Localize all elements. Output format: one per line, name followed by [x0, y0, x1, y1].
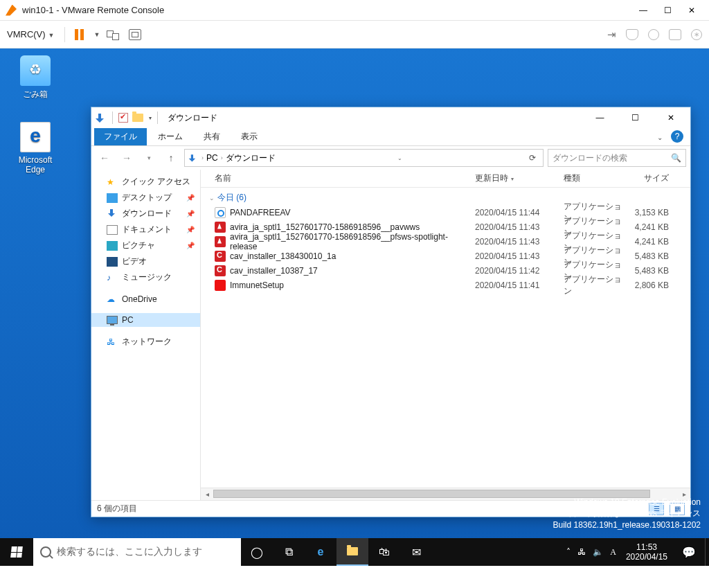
tab-view[interactable]: 表示 [231, 128, 267, 145]
power-dropdown-icon[interactable]: ▼ [94, 31, 100, 38]
col-size[interactable]: サイズ [627, 172, 674, 184]
qat-dropdown-icon[interactable]: ▾ [149, 115, 152, 121]
taskbar-search-input[interactable]: 検索するには、ここに入力します [33, 538, 241, 566]
explorer-minimize-button[interactable]: — [584, 108, 616, 127]
qat-properties-icon[interactable] [118, 113, 128, 123]
separator-icon [64, 27, 65, 42]
taskbar: 検索するには、ここに入力します ◯ ⧉ e 🛍 ✉ ˄ 🖧 🔈 A 11:53 … [0, 538, 709, 566]
vmware-close-button[interactable]: ✕ [688, 6, 695, 15]
file-size: 5,483 KB [627, 266, 674, 276]
file-row[interactable]: ImmunetSetup2020/04/15 11:41アプリケーション2,80… [201, 278, 690, 292]
videos-icon [107, 257, 118, 267]
nav-pictures[interactable]: ピクチャ📌 [91, 238, 200, 253]
nav-back-button[interactable]: ← [96, 149, 114, 167]
network-adapter-icon[interactable]: ⇥ [607, 28, 616, 41]
nav-quick-access[interactable]: ★クイック アクセス [91, 174, 200, 190]
help-icon[interactable]: ? [671, 130, 683, 143]
file-size: 4,241 KB [627, 222, 674, 232]
col-name[interactable]: 名前 [201, 172, 475, 184]
explorer-titlebar[interactable]: ▾ ダウンロード — ☐ ✕ [91, 107, 690, 128]
app-icon [215, 207, 226, 218]
vmware-toolbar: VMRC(V)▼ ▼ ⇥ ∗ [0, 21, 709, 48]
file-name: cav_installer_10387_17 [230, 266, 318, 276]
taskbar-clock[interactable]: 11:53 2020/04/15 [620, 542, 673, 562]
action-center-icon[interactable]: 💬 [673, 538, 705, 566]
col-date[interactable]: 更新日時▾ [475, 172, 564, 184]
nav-pc[interactable]: PC [91, 313, 200, 327]
pc-icon [107, 316, 118, 324]
show-desktop-button[interactable] [705, 538, 709, 566]
recycle-bin-label: ごみ箱 [10, 89, 61, 100]
file-name: cav_installer_138430010_1a [230, 251, 336, 261]
explorer-maximize-button[interactable]: ☐ [620, 108, 651, 127]
content-pane: 名前 更新日時▾ 種類 サイズ ⌄今日 (6) PANDAFREEAV2020/… [201, 170, 690, 500]
vmware-minimize-button[interactable]: — [639, 6, 647, 15]
vmware-maximize-button[interactable]: ☐ [664, 6, 672, 15]
nav-videos[interactable]: ビデオ [91, 253, 200, 269]
chevron-right-icon[interactable]: › [221, 154, 223, 161]
explorer-close-button[interactable]: ✕ [655, 108, 686, 127]
send-ctrlaltdel-icon[interactable] [107, 29, 122, 40]
tray-volume-icon[interactable]: 🔈 [593, 547, 603, 557]
pause-icon[interactable] [75, 29, 84, 40]
tab-home[interactable]: ホーム [148, 128, 192, 145]
nav-forward-button: → [118, 149, 136, 167]
tray-expand-icon[interactable]: ˄ [566, 547, 571, 557]
ribbon-tabs: ファイル ホーム 共有 表示 ⌄ ? [91, 128, 690, 146]
tray-network-icon[interactable]: 🖧 [577, 547, 586, 557]
tab-file[interactable]: ファイル [94, 128, 147, 145]
start-button[interactable] [0, 538, 33, 566]
file-date: 2020/04/15 11:43 [475, 251, 564, 261]
edge-label: Microsoft Edge [10, 155, 61, 175]
cortana-button[interactable]: ◯ [241, 538, 273, 566]
crumb-downloads[interactable]: ダウンロード [226, 152, 276, 164]
cd-icon[interactable] [648, 29, 659, 40]
vmware-title: win10-1 - VMware Remote Console [22, 5, 639, 15]
taskview-button[interactable]: ⧉ [273, 538, 305, 566]
drive-icon[interactable] [626, 29, 638, 40]
col-type[interactable]: 種類 [564, 172, 627, 184]
nav-onedrive[interactable]: ☁OneDrive [91, 292, 200, 306]
file-size: 5,483 KB [627, 251, 674, 261]
taskbar-edge[interactable]: e [305, 538, 336, 566]
recycle-bin[interactable]: ごみ箱 [10, 55, 61, 100]
system-tray: ˄ 🖧 🔈 A [562, 547, 620, 558]
edge-shortcut[interactable]: Microsoft Edge [10, 122, 61, 175]
download-arrow-icon [96, 112, 107, 123]
taskbar-mail[interactable]: ✉ [400, 538, 432, 566]
refresh-icon[interactable]: ⟳ [525, 153, 540, 163]
star-icon: ★ [107, 177, 118, 187]
nav-downloads[interactable]: ダウンロード📌 [91, 206, 200, 222]
document-icon [107, 225, 118, 235]
devices-icon[interactable] [669, 29, 681, 40]
scroll-left-icon[interactable]: ◂ [201, 490, 213, 498]
nav-network[interactable]: 🖧ネットワーク [91, 334, 200, 350]
nav-desktop[interactable]: デスクトップ📌 [91, 190, 200, 206]
vmware-titlebar: win10-1 - VMware Remote Console — ☐ ✕ [0, 0, 709, 21]
recycle-bin-icon [20, 55, 51, 86]
activation-watermark: Windows 10 Enterprise Evaluation 90 日 の間… [553, 497, 701, 531]
nav-documents[interactable]: ドキュメント📌 [91, 222, 200, 238]
app-icon [215, 265, 226, 276]
crumb-pc[interactable]: PC [206, 153, 218, 163]
tray-ime-icon[interactable]: A [610, 547, 616, 558]
search-input[interactable]: ダウンロードの検索 🔍 [548, 149, 686, 167]
guest-desktop[interactable]: ごみ箱 Microsoft Edge ▾ ダウンロード — ☐ ✕ ファイル ホ… [0, 48, 709, 566]
nav-up-button[interactable]: ↑ [162, 149, 180, 167]
taskbar-explorer[interactable] [336, 538, 368, 566]
nav-music[interactable]: ♪ミュージック [91, 269, 200, 285]
taskbar-store[interactable]: 🛍 [368, 538, 400, 566]
ribbon-expand-icon[interactable]: ⌄ [657, 134, 663, 141]
search-icon: 🔍 [671, 153, 681, 163]
edge-icon [20, 122, 51, 152]
tab-share[interactable]: 共有 [194, 128, 230, 145]
chevron-right-icon[interactable]: › [201, 154, 204, 161]
qat-newfolder-icon[interactable] [132, 114, 143, 122]
nav-recent-dropdown[interactable]: ▾ [140, 149, 158, 167]
vmrc-menu[interactable]: VMRC(V)▼ [7, 29, 55, 39]
address-dropdown-icon[interactable]: ⌄ [397, 155, 402, 161]
file-size: 2,806 KB [627, 280, 674, 290]
fullscreen-icon[interactable] [129, 29, 141, 40]
breadcrumb[interactable]: › PC › ダウンロード ⌄ ⟳ [184, 149, 544, 167]
bluetooth-icon[interactable]: ∗ [691, 29, 702, 40]
